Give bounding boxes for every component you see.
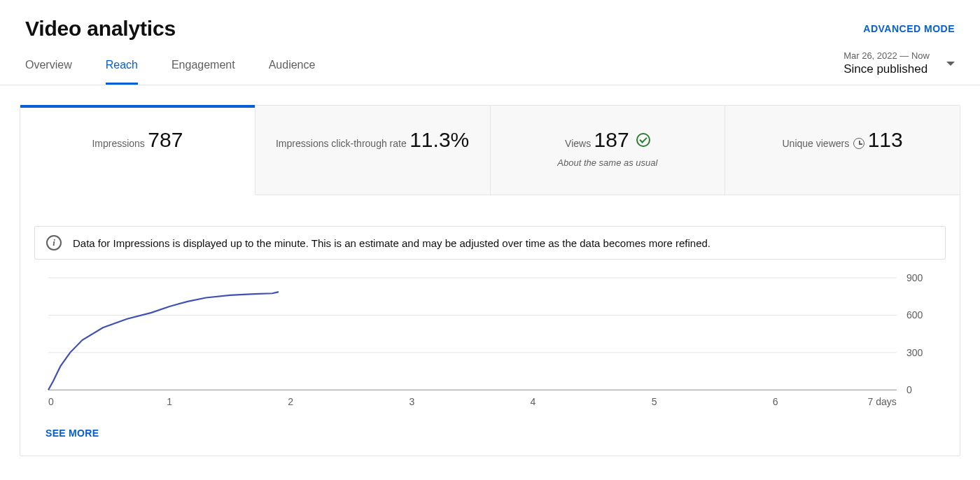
metric-label: Unique viewers	[783, 138, 865, 149]
metric-ctr[interactable]: Impressions click-through rate 11.3%	[255, 106, 491, 195]
date-range-picker[interactable]: Mar 26, 2022 — Now Since published	[844, 50, 955, 85]
tab-overview[interactable]: Overview	[25, 46, 72, 85]
info-banner-text: Data for Impressions is displayed up to …	[73, 237, 710, 249]
chevron-down-icon	[946, 62, 955, 66]
svg-text:0: 0	[906, 384, 912, 395]
tab-audience[interactable]: Audience	[269, 46, 316, 85]
metric-value: 11.3%	[410, 128, 469, 152]
impressions-chart[interactable]: 030060090001234567 days	[34, 271, 946, 411]
advanced-mode-button[interactable]: ADVANCED MODE	[863, 23, 955, 34]
svg-text:600: 600	[906, 309, 923, 320]
see-more-button[interactable]: SEE MORE	[46, 428, 99, 439]
date-range-label: Since published	[844, 62, 930, 76]
svg-text:1: 1	[167, 396, 172, 407]
tabs: Overview Reach Engagement Audience	[25, 46, 315, 85]
metric-label: Impressions click-through rate	[276, 138, 407, 149]
reach-card: Impressions 787 Impressions click-throug…	[20, 105, 960, 456]
clock-icon	[853, 138, 864, 149]
svg-text:2: 2	[288, 396, 293, 407]
check-circle-icon	[636, 133, 650, 147]
svg-text:3: 3	[410, 396, 415, 407]
metric-label: Views	[565, 138, 591, 149]
metric-unique-viewers[interactable]: Unique viewers 113	[725, 106, 960, 195]
svg-text:300: 300	[906, 347, 923, 358]
metric-impressions[interactable]: Impressions 787	[20, 106, 255, 195]
date-range-text: Mar 26, 2022 — Now	[844, 50, 930, 61]
info-icon: i	[46, 235, 62, 250]
metric-value: 113	[868, 128, 903, 152]
page-title: Video analytics	[25, 17, 176, 41]
metric-value: 787	[148, 128, 183, 152]
metric-views[interactable]: Views 187 About the same as usual	[491, 106, 726, 195]
metric-value: 187	[594, 128, 650, 152]
svg-text:5: 5	[652, 396, 657, 407]
svg-text:6: 6	[773, 396, 778, 407]
svg-text:0: 0	[48, 396, 54, 407]
metric-label: Impressions	[92, 138, 144, 149]
info-banner: i Data for Impressions is displayed up t…	[34, 226, 946, 260]
metric-value-text: 187	[594, 128, 629, 152]
metric-tabs: Impressions 787 Impressions click-throug…	[20, 106, 960, 195]
svg-text:4: 4	[531, 396, 536, 407]
svg-text:7 days: 7 days	[868, 396, 897, 407]
tab-reach[interactable]: Reach	[106, 46, 138, 85]
metric-subtext: About the same as usual	[491, 157, 725, 168]
tab-engagement[interactable]: Engagement	[172, 46, 235, 85]
metric-label-text: Unique viewers	[783, 138, 850, 149]
svg-text:900: 900	[906, 272, 923, 283]
